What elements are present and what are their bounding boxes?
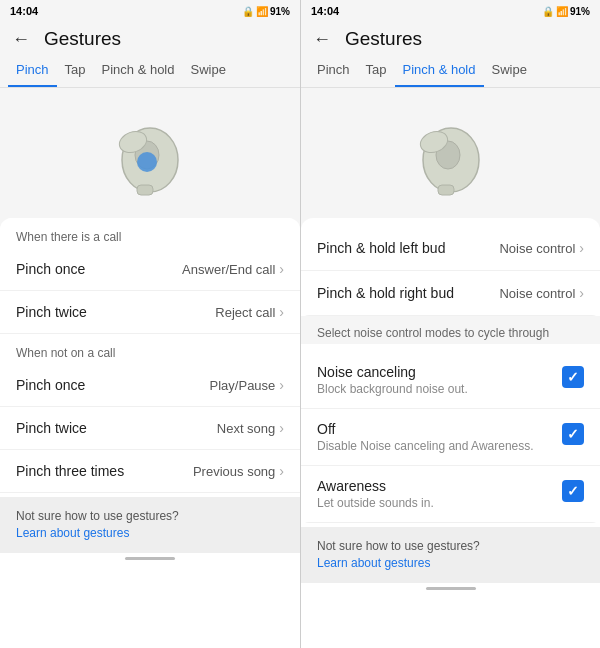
chevron-icon-r1: › [579, 240, 584, 256]
pinch-twice-call-label: Pinch twice [16, 304, 87, 320]
page-title-left: Gestures [44, 28, 121, 50]
pinch-hold-right-value: Noise control › [499, 285, 584, 301]
noise-canceling-title: Noise canceling [317, 364, 554, 380]
pinch-three-times-label: Pinch three times [16, 463, 124, 479]
svg-rect-6 [438, 185, 454, 195]
tab-tap-right[interactable]: Tap [358, 54, 395, 87]
call-section-label: When there is a call [0, 218, 300, 248]
tab-pinch-right[interactable]: Pinch [309, 54, 358, 87]
noise-canceling-checkbox[interactable]: ✓ [562, 366, 584, 388]
footer-link-left[interactable]: Learn about gestures [16, 526, 129, 540]
tabs-left: Pinch Tap Pinch & hold Swipe [0, 54, 300, 88]
noise-canceling-text: Noise canceling Block background noise o… [317, 364, 554, 396]
pinch-hold-right-bud[interactable]: Pinch & hold right bud Noise control › [301, 271, 600, 316]
pinch-once-no-call-label: Pinch once [16, 377, 85, 393]
pinch-three-times-value: Previous song › [193, 463, 284, 479]
pinch-twice-no-call-label: Pinch twice [16, 420, 87, 436]
content-right: Pinch & hold left bud Noise control › Pi… [301, 218, 600, 648]
battery-right: 91% [570, 6, 590, 17]
pinch-hold-left-label: Pinch & hold left bud [317, 240, 445, 256]
pinch-three-times[interactable]: Pinch three times Previous song › [0, 450, 300, 493]
footer-note-right: Not sure how to use gestures? Learn abou… [301, 527, 600, 583]
scrollbar-left [125, 557, 175, 560]
pinch-twice-call-value: Reject call › [215, 304, 284, 320]
left-screen: 14:04 🔒 📶 91% ← Gestures Pinch Tap Pinch… [0, 0, 300, 648]
noise-item-off[interactable]: Off Disable Noise canceling and Awarenes… [301, 409, 600, 466]
signal-icon: 📶 [256, 6, 268, 17]
right-screen: 14:04 🔒 📶 91% ← Gestures Pinch Tap Pinch… [300, 0, 600, 648]
noise-awareness-text: Awareness Let outside sounds in. [317, 478, 554, 510]
status-bar-left: 14:04 🔒 📶 91% [0, 0, 300, 22]
tab-swipe-right[interactable]: Swipe [484, 54, 535, 87]
chevron-icon-5: › [279, 463, 284, 479]
pinch-twice-no-call-value: Next song › [217, 420, 284, 436]
wifi-icon-right: 🔒 [542, 6, 554, 17]
noise-off-checkbox[interactable]: ✓ [562, 423, 584, 445]
noise-off-sub: Disable Noise canceling and Awareness. [317, 439, 554, 453]
tab-tap-left[interactable]: Tap [57, 54, 94, 87]
svg-rect-1 [137, 185, 153, 195]
pinch-once-call-value: Answer/End call › [182, 261, 284, 277]
content-left: When there is a call Pinch once Answer/E… [0, 218, 300, 648]
pinch-once-call[interactable]: Pinch once Answer/End call › [0, 248, 300, 291]
battery-left: 91% [270, 6, 290, 17]
pinch-once-call-label: Pinch once [16, 261, 85, 277]
tabs-right: Pinch Tap Pinch & hold Swipe [301, 54, 600, 88]
status-time-right: 14:04 [311, 5, 339, 17]
noise-awareness-title: Awareness [317, 478, 554, 494]
back-button-left[interactable]: ← [12, 29, 30, 50]
chevron-icon-3: › [279, 377, 284, 393]
earbud-image-left [0, 88, 300, 218]
scrollbar-right [426, 587, 476, 590]
tab-swipe-left[interactable]: Swipe [183, 54, 234, 87]
noise-awareness-sub: Let outside sounds in. [317, 496, 554, 510]
pinch-hold-left-bud[interactable]: Pinch & hold left bud Noise control › [301, 226, 600, 271]
no-call-section-label: When not on a call [0, 334, 300, 364]
tab-pinch-hold-right[interactable]: Pinch & hold [395, 54, 484, 87]
page-title-right: Gestures [345, 28, 422, 50]
header-left: ← Gestures [0, 22, 300, 54]
check-icon-2: ✓ [567, 426, 579, 442]
wifi-icon: 🔒 [242, 6, 254, 17]
noise-items-section: Noise canceling Block background noise o… [301, 352, 600, 523]
tab-pinch-left[interactable]: Pinch [8, 54, 57, 87]
earbud-image-right [301, 88, 600, 218]
footer-note-text-left: Not sure how to use gestures? [16, 509, 284, 523]
status-icons-right: 🔒 📶 91% [542, 6, 590, 17]
noise-awareness-checkbox[interactable]: ✓ [562, 480, 584, 502]
noise-canceling-sub: Block background noise out. [317, 382, 554, 396]
tab-pinch-hold-left[interactable]: Pinch & hold [94, 54, 183, 87]
check-icon-3: ✓ [567, 483, 579, 499]
pinch-twice-call[interactable]: Pinch twice Reject call › [0, 291, 300, 334]
check-icon-1: ✓ [567, 369, 579, 385]
footer-note-text-right: Not sure how to use gestures? [317, 539, 584, 553]
svg-point-3 [137, 152, 157, 172]
signal-icon-right: 📶 [556, 6, 568, 17]
pinch-hold-left-value: Noise control › [499, 240, 584, 256]
status-icons-left: 🔒 📶 91% [242, 6, 290, 17]
pinch-hold-right-label: Pinch & hold right bud [317, 285, 454, 301]
chevron-icon: › [279, 261, 284, 277]
status-time-left: 14:04 [10, 5, 38, 17]
footer-link-right[interactable]: Learn about gestures [317, 556, 430, 570]
pinch-twice-no-call[interactable]: Pinch twice Next song › [0, 407, 300, 450]
back-button-right[interactable]: ← [313, 29, 331, 50]
pinch-hold-section: Pinch & hold left bud Noise control › Pi… [301, 226, 600, 316]
pinch-once-no-call-value: Play/Pause › [210, 377, 284, 393]
noise-off-title: Off [317, 421, 554, 437]
chevron-icon-r2: › [579, 285, 584, 301]
noise-section-label: Select noise control modes to cycle thro… [301, 316, 600, 344]
header-right: ← Gestures [301, 22, 600, 54]
noise-off-text: Off Disable Noise canceling and Awarenes… [317, 421, 554, 453]
footer-note-left: Not sure how to use gestures? Learn abou… [0, 497, 300, 553]
chevron-icon-2: › [279, 304, 284, 320]
noise-item-awareness[interactable]: Awareness Let outside sounds in. ✓ [301, 466, 600, 523]
noise-item-canceling[interactable]: Noise canceling Block background noise o… [301, 352, 600, 409]
status-bar-right: 14:04 🔒 📶 91% [301, 0, 600, 22]
pinch-once-no-call[interactable]: Pinch once Play/Pause › [0, 364, 300, 407]
chevron-icon-4: › [279, 420, 284, 436]
